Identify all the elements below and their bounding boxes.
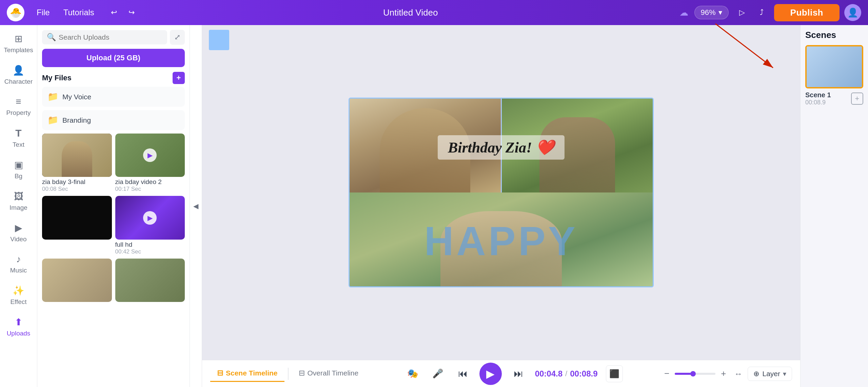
file-thumbnail[interactable]	[115, 259, 185, 302]
list-item[interactable]: zia bday 3-final 00:08 Sec	[42, 134, 112, 192]
templates-label: Templates	[4, 46, 33, 54]
folder-my-voice[interactable]: 📁 My Voice	[42, 87, 185, 107]
caption-button[interactable]: ⬛	[606, 365, 623, 382]
bottom-bar: ⊟ Scene Timeline ⊟ Overall Timeline 🎭 🎤 …	[202, 360, 800, 387]
zoom-slider-area: − +	[662, 367, 729, 380]
canvas-main: Birthday Zia! ❤️ HAPPY	[202, 25, 800, 360]
slider-fill	[675, 373, 691, 375]
avatar[interactable]: 👤	[844, 4, 861, 21]
undo-redo-group: ↩ ↪	[106, 5, 139, 20]
my-files-label: My Files	[42, 74, 72, 82]
zoom-value: 96%	[701, 8, 716, 17]
scene-timeline-tab[interactable]: ⊟ Scene Timeline	[210, 365, 284, 382]
layer-button[interactable]: ⊕ Layer ▾	[748, 367, 792, 381]
undo-button[interactable]: ↩	[106, 5, 121, 20]
expand-button[interactable]: ⤢	[170, 30, 185, 45]
publish-button[interactable]: Publish	[774, 4, 840, 21]
scene-container: Scene 1 00:08.9 +	[805, 45, 863, 106]
zoom-out-button[interactable]: −	[662, 367, 672, 380]
canvas-blue-square[interactable]	[209, 30, 229, 50]
zoom-control[interactable]: 96% ▾	[694, 6, 729, 19]
photo-top-right	[502, 99, 653, 192]
list-item[interactable]: ▶ full hd 00:42 Sec	[115, 196, 185, 255]
file-duration: 00:08 Sec	[42, 186, 112, 192]
sidebar-item-character[interactable]: 👤 Character	[0, 59, 37, 91]
play-overlay-icon: ▶	[143, 211, 157, 225]
zoom-chevron-icon: ▾	[718, 8, 722, 17]
voice-fx-button[interactable]: 🎭	[404, 365, 421, 382]
folder-branding[interactable]: 📁 Branding	[42, 110, 185, 130]
scene-1-thumbnail[interactable]	[805, 45, 863, 88]
text-label: Text	[13, 141, 24, 148]
search-input[interactable]	[59, 33, 162, 41]
layer-label: Layer	[762, 370, 780, 378]
time-separator: /	[565, 369, 567, 378]
file-duration: 00:17 Sec	[115, 186, 185, 192]
upload-button[interactable]: Upload (25 GB)	[42, 49, 185, 67]
sidebar-item-music[interactable]: ♪ Music	[0, 248, 37, 280]
forward-button[interactable]: ⏭	[510, 365, 527, 382]
scene-1-info: Scene 1 00:08.9 +	[805, 91, 863, 106]
file-thumbnail[interactable]: ▶	[115, 134, 185, 177]
file-thumbnail[interactable]: ▶	[115, 196, 185, 239]
file-info: full hd 00:42 Sec	[115, 241, 185, 255]
file-thumbnail[interactable]	[42, 196, 112, 239]
avatar-icon: 👤	[847, 7, 858, 18]
file-thumbnail[interactable]	[42, 134, 112, 177]
mic-button[interactable]: 🎤	[429, 365, 446, 382]
character-label: Character	[4, 78, 33, 85]
effect-label: Effect	[10, 298, 26, 306]
folder-icon: 📁	[47, 91, 58, 102]
zoom-slider[interactable]	[675, 373, 715, 375]
time-display-group: 00:04.8 / 00:08.9	[535, 369, 598, 379]
sidebar-item-image[interactable]: 🖼 Image	[0, 185, 37, 217]
sidebar-item-templates[interactable]: ⊞ Templates	[0, 28, 37, 59]
file-name: full hd	[115, 241, 185, 248]
file-menu[interactable]: File	[31, 5, 56, 20]
folder-name: My Voice	[62, 93, 91, 101]
playback-controls: 🎭 🎤 ⏮ ▶ ⏭ 00:04.8 / 00:08.9 ⬛	[365, 363, 662, 385]
file-thumbnail[interactable]	[42, 259, 112, 302]
preview-button[interactable]: ▷	[735, 5, 750, 20]
redo-button[interactable]: ↪	[124, 5, 139, 20]
scenes-panel: Scenes Scene 1 00:08.9 +	[800, 25, 868, 387]
overall-timeline-tab[interactable]: ⊟ Overall Timeline	[292, 365, 366, 382]
fit-to-screen-button[interactable]: ↔	[734, 369, 742, 379]
list-item[interactable]	[42, 259, 112, 302]
file-info: zia bday 3-final 00:08 Sec	[42, 178, 112, 192]
uploads-icon: ⬆	[15, 317, 22, 328]
right-controls: − + ↔ ⊕ Layer ▾	[662, 367, 792, 381]
image-icon: 🖼	[14, 191, 23, 202]
character-icon: 👤	[13, 65, 24, 76]
sidebar-item-uploads[interactable]: ⬆ Uploads	[0, 311, 37, 343]
list-item[interactable]	[42, 196, 112, 255]
app-logo[interactable]: 🐣	[7, 4, 24, 21]
file-grid: zia bday 3-final 00:08 Sec ▶ zia bday vi…	[42, 134, 185, 302]
cloud-save-icon: ☁	[679, 7, 688, 18]
property-icon: ≡	[16, 96, 21, 107]
play-button[interactable]: ▶	[479, 363, 502, 385]
project-title[interactable]: Untitled Video	[145, 7, 676, 18]
list-item[interactable]	[115, 259, 185, 302]
list-item[interactable]: ▶ zia bday video 2 00:17 Sec	[115, 134, 185, 192]
add-scene-button[interactable]: +	[851, 93, 863, 105]
canvas-frame[interactable]: Birthday Zia! ❤️ HAPPY	[349, 98, 654, 287]
sidebar-item-text[interactable]: T Text	[0, 122, 37, 154]
sidebar-item-property[interactable]: ≡ Property	[0, 91, 37, 122]
scene-name-group: Scene 1 00:08.9	[805, 91, 831, 106]
left-sidebar: ⊞ Templates 👤 Character ≡ Property T Tex…	[0, 25, 37, 387]
scene-timeline-icon: ⊟	[217, 369, 223, 378]
add-files-button[interactable]: +	[173, 72, 185, 84]
total-time: 00:08.9	[570, 369, 597, 379]
tutorials-menu[interactable]: Tutorials	[57, 5, 100, 20]
share-button[interactable]: ⤴	[754, 5, 769, 20]
rewind-icon: ⏮	[458, 368, 468, 379]
sidebar-item-bg[interactable]: ▣ Bg	[0, 154, 37, 185]
topbar-right: ▷ ⤴ Publish 👤	[735, 4, 861, 21]
timeline-tabs: ⊟ Scene Timeline ⊟ Overall Timeline	[210, 365, 365, 382]
sidebar-item-effect[interactable]: ✨ Effect	[0, 280, 37, 311]
sidebar-item-video[interactable]: ▶ Video	[0, 217, 37, 248]
rewind-button[interactable]: ⏮	[454, 365, 471, 382]
panel-collapse-button[interactable]: ◀	[190, 25, 202, 387]
zoom-in-button[interactable]: +	[718, 367, 729, 380]
